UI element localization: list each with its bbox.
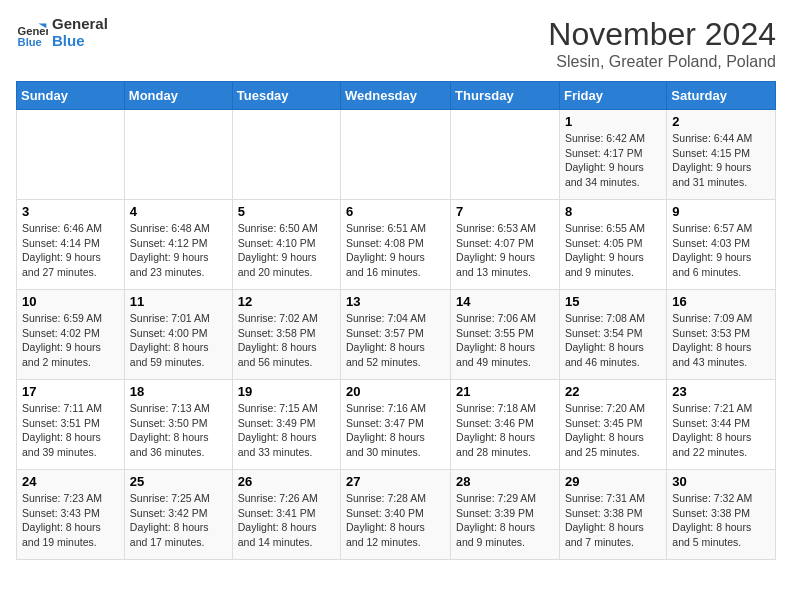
header-wednesday: Wednesday: [341, 82, 451, 110]
day-number: 26: [238, 474, 335, 489]
calendar-cell: 30Sunrise: 7:32 AMSunset: 3:38 PMDayligh…: [667, 470, 776, 560]
day-number: 12: [238, 294, 335, 309]
calendar-cell: 19Sunrise: 7:15 AMSunset: 3:49 PMDayligh…: [232, 380, 340, 470]
day-number: 8: [565, 204, 661, 219]
calendar-cell: 8Sunrise: 6:55 AMSunset: 4:05 PMDaylight…: [559, 200, 666, 290]
calendar-cell: 29Sunrise: 7:31 AMSunset: 3:38 PMDayligh…: [559, 470, 666, 560]
calendar-cell: [124, 110, 232, 200]
day-info: Sunrise: 6:50 AMSunset: 4:10 PMDaylight:…: [238, 221, 335, 280]
logo: General Blue General Blue: [16, 16, 108, 49]
calendar-cell: 9Sunrise: 6:57 AMSunset: 4:03 PMDaylight…: [667, 200, 776, 290]
day-number: 13: [346, 294, 445, 309]
day-info: Sunrise: 6:42 AMSunset: 4:17 PMDaylight:…: [565, 131, 661, 190]
header-thursday: Thursday: [451, 82, 560, 110]
day-info: Sunrise: 7:31 AMSunset: 3:38 PMDaylight:…: [565, 491, 661, 550]
day-info: Sunrise: 6:51 AMSunset: 4:08 PMDaylight:…: [346, 221, 445, 280]
day-info: Sunrise: 7:16 AMSunset: 3:47 PMDaylight:…: [346, 401, 445, 460]
calendar-cell: 12Sunrise: 7:02 AMSunset: 3:58 PMDayligh…: [232, 290, 340, 380]
calendar-cell: 26Sunrise: 7:26 AMSunset: 3:41 PMDayligh…: [232, 470, 340, 560]
calendar-cell: 14Sunrise: 7:06 AMSunset: 3:55 PMDayligh…: [451, 290, 560, 380]
week-row-5: 24Sunrise: 7:23 AMSunset: 3:43 PMDayligh…: [17, 470, 776, 560]
day-number: 29: [565, 474, 661, 489]
calendar-cell: [232, 110, 340, 200]
day-info: Sunrise: 7:09 AMSunset: 3:53 PMDaylight:…: [672, 311, 770, 370]
day-info: Sunrise: 7:32 AMSunset: 3:38 PMDaylight:…: [672, 491, 770, 550]
calendar-cell: 3Sunrise: 6:46 AMSunset: 4:14 PMDaylight…: [17, 200, 125, 290]
day-info: Sunrise: 6:57 AMSunset: 4:03 PMDaylight:…: [672, 221, 770, 280]
day-info: Sunrise: 6:53 AMSunset: 4:07 PMDaylight:…: [456, 221, 554, 280]
day-info: Sunrise: 7:01 AMSunset: 4:00 PMDaylight:…: [130, 311, 227, 370]
calendar-cell: 6Sunrise: 6:51 AMSunset: 4:08 PMDaylight…: [341, 200, 451, 290]
day-number: 20: [346, 384, 445, 399]
day-info: Sunrise: 7:08 AMSunset: 3:54 PMDaylight:…: [565, 311, 661, 370]
calendar-cell: [451, 110, 560, 200]
day-number: 9: [672, 204, 770, 219]
day-info: Sunrise: 7:04 AMSunset: 3:57 PMDaylight:…: [346, 311, 445, 370]
day-info: Sunrise: 7:25 AMSunset: 3:42 PMDaylight:…: [130, 491, 227, 550]
calendar-cell: 23Sunrise: 7:21 AMSunset: 3:44 PMDayligh…: [667, 380, 776, 470]
day-number: 4: [130, 204, 227, 219]
day-number: 22: [565, 384, 661, 399]
calendar-cell: 13Sunrise: 7:04 AMSunset: 3:57 PMDayligh…: [341, 290, 451, 380]
week-row-2: 3Sunrise: 6:46 AMSunset: 4:14 PMDaylight…: [17, 200, 776, 290]
day-info: Sunrise: 7:29 AMSunset: 3:39 PMDaylight:…: [456, 491, 554, 550]
day-info: Sunrise: 7:20 AMSunset: 3:45 PMDaylight:…: [565, 401, 661, 460]
day-info: Sunrise: 7:02 AMSunset: 3:58 PMDaylight:…: [238, 311, 335, 370]
day-number: 24: [22, 474, 119, 489]
calendar-cell: 27Sunrise: 7:28 AMSunset: 3:40 PMDayligh…: [341, 470, 451, 560]
calendar-cell: 4Sunrise: 6:48 AMSunset: 4:12 PMDaylight…: [124, 200, 232, 290]
logo-icon: General Blue: [16, 17, 48, 49]
day-info: Sunrise: 7:06 AMSunset: 3:55 PMDaylight:…: [456, 311, 554, 370]
day-number: 2: [672, 114, 770, 129]
calendar-cell: [341, 110, 451, 200]
day-number: 11: [130, 294, 227, 309]
day-number: 21: [456, 384, 554, 399]
day-info: Sunrise: 7:15 AMSunset: 3:49 PMDaylight:…: [238, 401, 335, 460]
calendar-cell: 1Sunrise: 6:42 AMSunset: 4:17 PMDaylight…: [559, 110, 666, 200]
calendar-cell: 28Sunrise: 7:29 AMSunset: 3:39 PMDayligh…: [451, 470, 560, 560]
week-row-1: 1Sunrise: 6:42 AMSunset: 4:17 PMDaylight…: [17, 110, 776, 200]
day-info: Sunrise: 6:44 AMSunset: 4:15 PMDaylight:…: [672, 131, 770, 190]
calendar-cell: 17Sunrise: 7:11 AMSunset: 3:51 PMDayligh…: [17, 380, 125, 470]
day-number: 17: [22, 384, 119, 399]
calendar-cell: 10Sunrise: 6:59 AMSunset: 4:02 PMDayligh…: [17, 290, 125, 380]
day-number: 27: [346, 474, 445, 489]
week-row-4: 17Sunrise: 7:11 AMSunset: 3:51 PMDayligh…: [17, 380, 776, 470]
calendar-cell: 25Sunrise: 7:25 AMSunset: 3:42 PMDayligh…: [124, 470, 232, 560]
month-title: November 2024: [548, 16, 776, 53]
header-saturday: Saturday: [667, 82, 776, 110]
calendar-cell: [17, 110, 125, 200]
day-info: Sunrise: 7:23 AMSunset: 3:43 PMDaylight:…: [22, 491, 119, 550]
day-number: 1: [565, 114, 661, 129]
calendar-cell: 5Sunrise: 6:50 AMSunset: 4:10 PMDaylight…: [232, 200, 340, 290]
calendar-cell: 24Sunrise: 7:23 AMSunset: 3:43 PMDayligh…: [17, 470, 125, 560]
day-info: Sunrise: 7:13 AMSunset: 3:50 PMDaylight:…: [130, 401, 227, 460]
header-monday: Monday: [124, 82, 232, 110]
header: General Blue General Blue November 2024 …: [16, 16, 776, 71]
calendar-cell: 15Sunrise: 7:08 AMSunset: 3:54 PMDayligh…: [559, 290, 666, 380]
logo-general: General: [52, 16, 108, 33]
calendar-cell: 2Sunrise: 6:44 AMSunset: 4:15 PMDaylight…: [667, 110, 776, 200]
calendar-cell: 18Sunrise: 7:13 AMSunset: 3:50 PMDayligh…: [124, 380, 232, 470]
day-number: 19: [238, 384, 335, 399]
header-tuesday: Tuesday: [232, 82, 340, 110]
day-info: Sunrise: 7:28 AMSunset: 3:40 PMDaylight:…: [346, 491, 445, 550]
day-number: 7: [456, 204, 554, 219]
day-info: Sunrise: 7:11 AMSunset: 3:51 PMDaylight:…: [22, 401, 119, 460]
calendar-cell: 11Sunrise: 7:01 AMSunset: 4:00 PMDayligh…: [124, 290, 232, 380]
day-info: Sunrise: 6:48 AMSunset: 4:12 PMDaylight:…: [130, 221, 227, 280]
svg-text:Blue: Blue: [18, 35, 42, 47]
day-info: Sunrise: 6:59 AMSunset: 4:02 PMDaylight:…: [22, 311, 119, 370]
header-friday: Friday: [559, 82, 666, 110]
day-number: 5: [238, 204, 335, 219]
header-sunday: Sunday: [17, 82, 125, 110]
week-row-3: 10Sunrise: 6:59 AMSunset: 4:02 PMDayligh…: [17, 290, 776, 380]
day-number: 10: [22, 294, 119, 309]
calendar-cell: 21Sunrise: 7:18 AMSunset: 3:46 PMDayligh…: [451, 380, 560, 470]
location: Slesin, Greater Poland, Poland: [548, 53, 776, 71]
calendar-cell: 20Sunrise: 7:16 AMSunset: 3:47 PMDayligh…: [341, 380, 451, 470]
day-info: Sunrise: 6:55 AMSunset: 4:05 PMDaylight:…: [565, 221, 661, 280]
calendar-table: SundayMondayTuesdayWednesdayThursdayFrid…: [16, 81, 776, 560]
day-number: 30: [672, 474, 770, 489]
day-number: 28: [456, 474, 554, 489]
